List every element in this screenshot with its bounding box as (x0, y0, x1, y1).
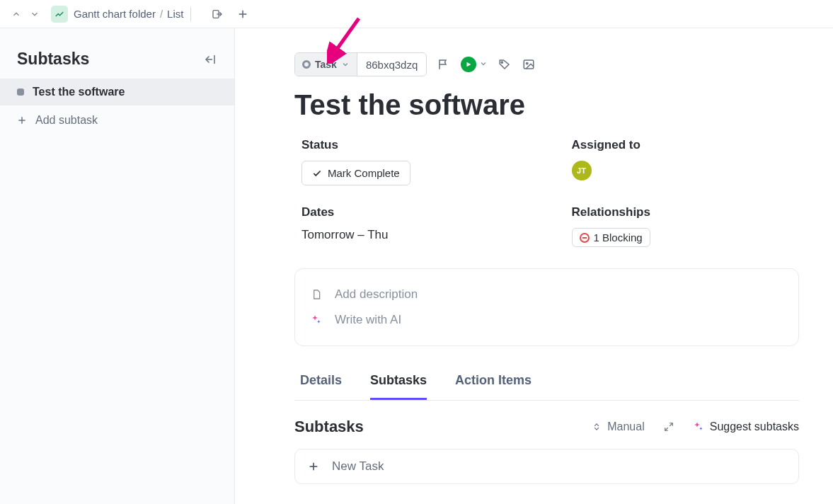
assignee-avatar[interactable]: JT (572, 161, 592, 181)
plus-icon (308, 461, 319, 472)
tab-subtasks[interactable]: Subtasks (370, 366, 427, 400)
svg-point-9 (501, 62, 502, 63)
add-description-label: Add description (335, 287, 418, 302)
status-circle-icon (302, 60, 311, 69)
nav-prev-icon[interactable] (10, 8, 23, 21)
breadcrumb-separator: / (160, 8, 163, 20)
add-subtask-label: Add subtask (35, 114, 98, 127)
svg-point-11 (527, 62, 528, 64)
status-field: Status Mark Complete (301, 138, 529, 185)
sidebar-subtask-label: Test the software (33, 86, 125, 98)
description-box: Add description Write with AI (294, 268, 799, 346)
mark-complete-label: Mark Complete (328, 167, 400, 179)
svg-marker-8 (467, 62, 471, 67)
suggest-subtasks-button[interactable]: Suggest subtasks (693, 420, 799, 433)
status-dot-icon (17, 88, 24, 96)
breadcrumb-folder[interactable]: Gantt chart folder (74, 8, 156, 20)
task-type-dropdown[interactable]: Task (295, 53, 357, 76)
sort-dropdown[interactable]: Manual (592, 420, 644, 433)
side-panel-title: Subtasks (17, 50, 89, 69)
write-with-ai-label: Write with AI (335, 313, 401, 327)
relationships-field: Relationships 1 Blocking (572, 205, 800, 247)
dates-field: Dates Tomorrow – Thu (301, 205, 529, 247)
relationship-value: 1 Blocking (594, 231, 643, 244)
assigned-label: Assigned to (572, 138, 800, 152)
side-panel: Subtasks Test the software Add subtask (0, 28, 235, 504)
write-with-ai-button[interactable]: Write with AI (309, 307, 784, 333)
expand-icon[interactable] (663, 421, 674, 433)
move-out-icon[interactable] (211, 8, 224, 21)
new-task-label: New Task (332, 459, 384, 474)
add-description-button[interactable]: Add description (309, 282, 784, 307)
relationships-label: Relationships (572, 205, 800, 219)
task-type-pill: Task 86bxq3dzq (294, 52, 427, 76)
folder-chart-icon[interactable] (51, 6, 68, 23)
task-title[interactable]: Test the software (294, 89, 799, 121)
tabs: Details Subtasks Action Items (294, 366, 799, 401)
task-type-label: Task (315, 59, 337, 70)
plus-small-icon (17, 115, 27, 125)
nav-next-icon[interactable] (28, 8, 41, 21)
plus-icon[interactable] (236, 8, 249, 21)
image-icon[interactable] (522, 57, 536, 71)
new-task-button[interactable]: New Task (294, 449, 799, 484)
document-icon (309, 287, 323, 302)
sparkle-icon (309, 313, 323, 327)
mark-complete-button[interactable]: Mark Complete (301, 161, 410, 185)
sparkle-icon (693, 421, 704, 433)
breadcrumb-view[interactable]: List (167, 8, 183, 20)
task-id[interactable]: 86bxq3dzq (357, 53, 426, 76)
flag-icon[interactable] (437, 57, 451, 71)
svg-line-12 (670, 423, 672, 426)
dates-label: Dates (301, 205, 529, 219)
check-icon (312, 168, 322, 178)
divider (190, 7, 191, 21)
start-timer-button[interactable] (461, 57, 476, 72)
subtasks-heading: Subtasks (294, 418, 364, 436)
svg-line-13 (665, 428, 667, 430)
collapse-panel-icon[interactable] (203, 52, 217, 67)
tag-icon[interactable] (498, 57, 512, 71)
timer-dropdown-icon[interactable] (479, 58, 488, 71)
tab-action-items[interactable]: Action Items (455, 366, 532, 400)
tab-details[interactable]: Details (300, 366, 342, 400)
main-panel: Task 86bxq3dzq (235, 28, 833, 504)
top-bar: Gantt chart folder / List (0, 0, 833, 28)
assigned-field: Assigned to JT (572, 138, 800, 185)
sidebar-subtask-item[interactable]: Test the software (0, 79, 234, 105)
dates-value[interactable]: Tomorrow – Thu (301, 228, 529, 242)
breadcrumb: Gantt chart folder / List (74, 8, 183, 20)
relationship-chip[interactable]: 1 Blocking (572, 228, 650, 247)
blocking-icon (580, 233, 590, 243)
status-label: Status (301, 138, 529, 152)
sort-icon (592, 422, 602, 432)
chevron-down-icon (341, 60, 350, 69)
suggest-subtasks-label: Suggest subtasks (710, 420, 799, 433)
sort-label: Manual (607, 420, 644, 433)
add-subtask-button[interactable]: Add subtask (0, 105, 234, 135)
